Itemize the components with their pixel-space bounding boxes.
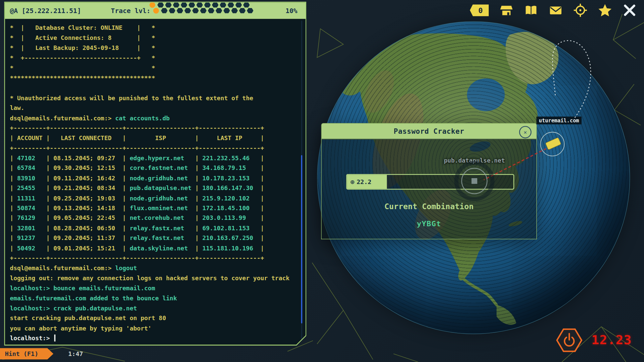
mail-icon[interactable] bbox=[549, 3, 563, 17]
trace-hex-cell bbox=[200, 8, 207, 13]
trace-hex-cell bbox=[220, 2, 226, 8]
dialog-titlebar[interactable]: Password Cracker ✕ bbox=[321, 123, 537, 139]
terminal-line: | ACCOUNT | LAST CONNECTED | ISP | LAST … bbox=[10, 133, 298, 143]
trace-hex-cell bbox=[204, 2, 211, 8]
terminal-line: localhost:> crack pub.datapulse.net bbox=[10, 303, 298, 313]
crack-progress-bar: ⊕ 22.2 bbox=[346, 174, 514, 190]
hint-button-label: Hint (F1) bbox=[5, 350, 39, 357]
terminal-line: localhost:> bounce emails.futuremail.com bbox=[10, 283, 298, 293]
mission-timer: 1:47 bbox=[68, 350, 83, 357]
trace-hex-grid bbox=[150, 4, 265, 17]
crosshair-icon[interactable] bbox=[573, 3, 587, 17]
trace-hex-cell bbox=[227, 2, 234, 8]
terminal-prompt-line[interactable]: localhost:> bbox=[10, 333, 298, 343]
terminal-line: dsql@emails.futuremail.com:> cat account… bbox=[10, 113, 298, 123]
terminal-line: | 83910 | 09.11.2045; 16:42 | node.gridh… bbox=[10, 173, 298, 183]
terminal-cursor bbox=[54, 335, 56, 342]
dialog-body: ⊕ 22.2 Current Combination yYBGt bbox=[321, 139, 537, 239]
trace-hex-cell bbox=[208, 8, 215, 13]
progress-fill: ⊕ 22.2 bbox=[347, 175, 387, 189]
terminal-window: @A [25.222.211.51] Trace lvl: 10% * | Da… bbox=[4, 2, 306, 346]
trace-percent: 10% bbox=[285, 7, 297, 14]
trace-hex-cell bbox=[192, 8, 199, 13]
counter-badge[interactable]: 0 bbox=[470, 4, 489, 16]
satellite-label[interactable]: uturemail.com bbox=[536, 117, 582, 124]
terminal-line: **************************************** bbox=[10, 73, 298, 83]
terminal-line: * Unauthorized access will be punished t… bbox=[10, 93, 298, 103]
trace-hex-cell bbox=[243, 2, 250, 8]
shop-icon[interactable] bbox=[499, 3, 514, 17]
trace-hex-cell bbox=[161, 8, 168, 13]
counter-value: 0 bbox=[476, 6, 483, 15]
terminal-line: * | Last Backup: 2045-09-18 | * bbox=[10, 43, 298, 53]
terminal-line: emails.futuremail.com added to the bounc… bbox=[10, 293, 298, 303]
terminal-titlebar: @A [25.222.211.51] Trace lvl: 10% bbox=[5, 2, 306, 19]
terminal-line: | 65784 | 09.30.2045; 12:15 | core.fastn… bbox=[10, 163, 298, 173]
trace-hex-cell bbox=[231, 8, 238, 13]
terminal-line: | 47102 | 08.15.2045; 09:27 | edge.hyper… bbox=[10, 153, 298, 163]
terminal-line: | 76129 | 09.05.2045; 22:45 | net.corehu… bbox=[10, 213, 298, 223]
trace-hex-cell bbox=[169, 8, 175, 13]
close-icon[interactable] bbox=[623, 3, 637, 17]
terminal-line: start cracking pub.datapulse.net on port… bbox=[10, 313, 298, 323]
trace-level-label: Trace lvl: bbox=[111, 7, 151, 14]
trace-hex-cell bbox=[247, 8, 254, 13]
terminal-line: | 32801 | 08.28.2045; 06:50 | relay.fast… bbox=[10, 223, 298, 233]
trace-hex-cell bbox=[216, 8, 222, 13]
terminal-line: | 50492 | 09.01.2045; 15:21 | data.skyli… bbox=[10, 243, 298, 253]
terminal-line: logging out: remove any connection logs … bbox=[10, 273, 298, 283]
trace-dot-filled bbox=[153, 8, 159, 13]
terminal-line: law. bbox=[10, 103, 298, 113]
trace-hex-cell bbox=[177, 8, 183, 13]
hint-button[interactable]: Hint (F1) bbox=[0, 348, 53, 359]
terminal-line: +---------+--------------------+--------… bbox=[10, 143, 298, 153]
trace-hex-cell bbox=[189, 2, 195, 8]
trace-hex-cell bbox=[196, 2, 203, 8]
terminal-line: * * bbox=[10, 63, 298, 73]
trace-hex-cell bbox=[184, 8, 191, 13]
clock-display: 12.23 bbox=[591, 333, 632, 347]
trace-hex-cell bbox=[235, 2, 242, 8]
terminal-frame: @A [25.222.211.51] Trace lvl: 10% * | Da… bbox=[5, 2, 306, 345]
terminal-line: +---------+--------------------+--------… bbox=[10, 253, 298, 263]
dialog-close-button[interactable]: ✕ bbox=[519, 126, 532, 138]
hud-toolbar: 0 bbox=[470, 2, 637, 18]
terminal-line: * | Active Connections: 8 | * bbox=[10, 33, 298, 43]
scrollbar-thumb[interactable] bbox=[301, 155, 303, 323]
trace-dot-filled bbox=[150, 2, 155, 8]
terminal-output[interactable]: * | Database Cluster: ONLINE | ** | Acti… bbox=[10, 23, 298, 343]
combination-value: yYBGt bbox=[322, 219, 536, 228]
trace-hex-cell bbox=[165, 2, 172, 8]
terminal-line: dsql@emails.futuremail.com:> logout bbox=[10, 263, 298, 273]
plus-circle-icon: ⊕ bbox=[350, 178, 355, 185]
trace-hex-cell bbox=[223, 8, 230, 13]
connection-address: @A [25.222.211.51] bbox=[10, 7, 81, 14]
stage: 0 Password Cracker ✕ bbox=[0, 0, 644, 362]
trace-hex-cell bbox=[157, 2, 164, 8]
book-icon[interactable] bbox=[524, 3, 538, 17]
trace-hex-cell bbox=[239, 8, 246, 13]
terminal-line: you can abort anytime by typing 'abort' bbox=[10, 323, 298, 334]
star-icon[interactable] bbox=[598, 3, 612, 17]
progress-value: 22.2 bbox=[357, 178, 371, 185]
terminal-line bbox=[10, 83, 298, 93]
terminal-line: +---------+--------------------+--------… bbox=[10, 123, 298, 133]
terminal-line: * | Database Cluster: ONLINE | * bbox=[10, 23, 298, 33]
password-cracker-dialog: Password Cracker ✕ ⊕ 22.2 Current Combin… bbox=[321, 123, 537, 239]
dialog-title: Password Cracker bbox=[394, 127, 464, 135]
terminal-line: | 91237 | 09.20.2045; 11:37 | relay.fast… bbox=[10, 233, 298, 243]
trace-hex-cell bbox=[181, 2, 187, 8]
terminal-line: | 11311 | 09.25.2045; 19:03 | node.gridh… bbox=[10, 193, 298, 203]
terminal-line: | 25455 | 09.21.2045; 08:34 | pub.datapu… bbox=[10, 183, 298, 193]
trace-hex-cell bbox=[212, 2, 219, 8]
target-label[interactable]: pub.datapulse.net bbox=[444, 157, 505, 164]
trace-hex-cell bbox=[173, 2, 180, 8]
terminal-line: | 50874 | 09.13.2045; 14:18 | flux.omnin… bbox=[10, 203, 298, 213]
terminal-line: * +-------------------------------+ * bbox=[10, 53, 298, 63]
power-button[interactable] bbox=[555, 326, 583, 354]
combination-label: Current Combination bbox=[322, 202, 536, 211]
